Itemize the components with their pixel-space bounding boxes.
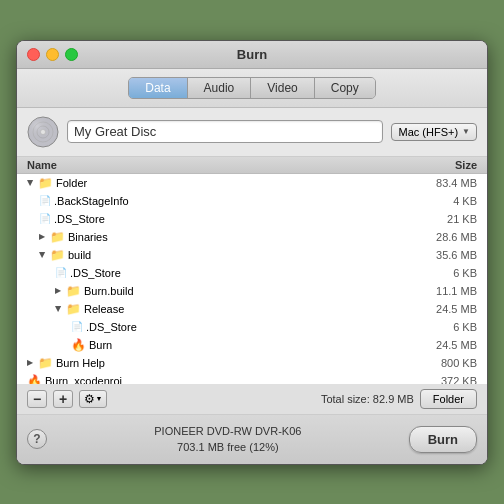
file-name-text: Burn xyxy=(89,339,112,351)
file-name-text: Burn.build xyxy=(84,285,134,297)
list-item[interactable]: 🔥 Burn 24.5 MB xyxy=(17,336,487,354)
file-name-text: Burn_xcodenroi xyxy=(45,375,122,384)
file-name-text: .DS_Store xyxy=(70,267,121,279)
file-size-text: 6 KB xyxy=(417,321,477,333)
file-name-text: .BackStageInfo xyxy=(54,195,129,207)
remove-button[interactable]: − xyxy=(27,390,47,408)
file-size-text: 800 KB xyxy=(417,357,477,369)
traffic-lights xyxy=(27,48,78,61)
file-size-text: 28.6 MB xyxy=(417,231,477,243)
file-size-text: 6 KB xyxy=(417,267,477,279)
drive-info: PIONEER DVD-RW DVR-K06 703.1 MB free (12… xyxy=(55,423,401,456)
tab-audio[interactable]: Audio xyxy=(188,78,252,98)
main-window: Burn Data Audio Video Copy Mac xyxy=(16,40,488,465)
folder-icon: 📁 xyxy=(50,248,65,262)
window-title: Burn xyxy=(237,47,267,62)
file-name-text: .DS_Store xyxy=(86,321,137,333)
file-name-text: Burn Help xyxy=(56,357,105,369)
format-select[interactable]: Mac (HFS+) ▼ xyxy=(391,123,477,141)
file-size-text: 24.5 MB xyxy=(417,339,477,351)
bottom-bar: − + ⚙ ▼ Total size: 82.9 MB Folder xyxy=(17,384,487,415)
disc-icon xyxy=(27,116,59,148)
list-item[interactable]: 🔥 Burn_xcodenroi 372 KB xyxy=(17,372,487,384)
file-size-text: 24.5 MB xyxy=(417,303,477,315)
list-item[interactable]: ▶ 📁 Burn.build 11.1 MB xyxy=(17,282,487,300)
format-label: Mac (HFS+) xyxy=(398,126,458,138)
gear-icon: ⚙ xyxy=(84,392,95,406)
folder-icon: 📁 xyxy=(38,176,53,190)
drive-bar: ? PIONEER DVD-RW DVR-K06 703.1 MB free (… xyxy=(17,415,487,464)
list-item[interactable]: ▶ 📁 build 35.6 MB xyxy=(17,246,487,264)
maximize-button[interactable] xyxy=(65,48,78,61)
folder-icon: 📁 xyxy=(38,356,53,370)
expand-icon[interactable]: ▶ xyxy=(27,358,33,367)
folder-icon: 📁 xyxy=(66,302,81,316)
file-icon: 📄 xyxy=(71,321,83,332)
folder-icon: 📁 xyxy=(50,230,65,244)
file-icon: 📄 xyxy=(55,267,67,278)
file-size-text: 11.1 MB xyxy=(417,285,477,297)
file-name-text: Folder xyxy=(56,177,87,189)
format-arrow-icon: ▼ xyxy=(462,127,470,136)
titlebar: Burn xyxy=(17,41,487,69)
burn-button[interactable]: Burn xyxy=(409,426,477,453)
gear-button[interactable]: ⚙ ▼ xyxy=(79,390,107,408)
add-button[interactable]: + xyxy=(53,390,73,408)
file-size-text: 4 KB xyxy=(417,195,477,207)
tab-data[interactable]: Data xyxy=(129,78,187,98)
file-size-text: 372 KB xyxy=(417,375,477,384)
file-list-header: Name Size xyxy=(17,157,487,174)
file-name-text: build xyxy=(68,249,91,261)
list-item[interactable]: 📄 .DS_Store 6 KB xyxy=(17,264,487,282)
file-list[interactable]: ▶ 📁 Folder 83.4 MB 📄 .BackStageInfo 4 KB… xyxy=(17,174,487,384)
disc-name-input[interactable] xyxy=(67,120,383,143)
list-item[interactable]: 📄 .BackStageInfo 4 KB xyxy=(17,192,487,210)
folder-button[interactable]: Folder xyxy=(420,389,477,409)
total-size-label: Total size: 82.9 MB xyxy=(113,393,414,405)
file-size-text: 35.6 MB xyxy=(417,249,477,261)
list-item[interactable]: ▶ 📁 Folder 83.4 MB xyxy=(17,174,487,192)
list-item[interactable]: ▶ 📁 Burn Help 800 KB xyxy=(17,354,487,372)
svg-point-4 xyxy=(28,117,58,147)
help-button[interactable]: ? xyxy=(27,429,47,449)
list-item[interactable]: ▶ 📁 Release 24.5 MB xyxy=(17,300,487,318)
list-item[interactable]: 📄 .DS_Store 6 KB xyxy=(17,318,487,336)
view-segmented-control: Data Audio Video Copy xyxy=(128,77,376,99)
minimize-button[interactable] xyxy=(46,48,59,61)
tab-copy[interactable]: Copy xyxy=(315,78,375,98)
expand-icon[interactable]: ▶ xyxy=(55,286,61,295)
file-name-text: Binaries xyxy=(68,231,108,243)
file-size-text: 83.4 MB xyxy=(417,177,477,189)
tab-video[interactable]: Video xyxy=(251,78,314,98)
drive-name: PIONEER DVD-RW DVR-K06 xyxy=(55,423,401,440)
file-icon: 📄 xyxy=(39,213,51,224)
app-icon: 🔥 xyxy=(71,338,86,352)
drive-free: 703.1 MB free (12%) xyxy=(55,439,401,456)
expand-icon[interactable]: ▶ xyxy=(39,252,47,258)
disc-row: Mac (HFS+) ▼ xyxy=(17,108,487,157)
gear-arrow-icon: ▼ xyxy=(96,395,103,402)
column-size-header: Size xyxy=(455,159,477,171)
close-button[interactable] xyxy=(27,48,40,61)
toolbar: Data Audio Video Copy xyxy=(17,69,487,108)
list-item[interactable]: 📄 .DS_Store 21 KB xyxy=(17,210,487,228)
expand-icon[interactable]: ▶ xyxy=(27,180,35,186)
column-name-header: Name xyxy=(27,159,57,171)
file-name-text: Release xyxy=(84,303,124,315)
expand-icon[interactable]: ▶ xyxy=(55,306,63,312)
file-size-text: 21 KB xyxy=(417,213,477,225)
folder-icon: 📁 xyxy=(66,284,81,298)
list-item[interactable]: ▶ 📁 Binaries 28.6 MB xyxy=(17,228,487,246)
expand-icon[interactable]: ▶ xyxy=(39,232,45,241)
file-icon: 📄 xyxy=(39,195,51,206)
app-icon: 🔥 xyxy=(27,374,42,384)
file-name-text: .DS_Store xyxy=(54,213,105,225)
